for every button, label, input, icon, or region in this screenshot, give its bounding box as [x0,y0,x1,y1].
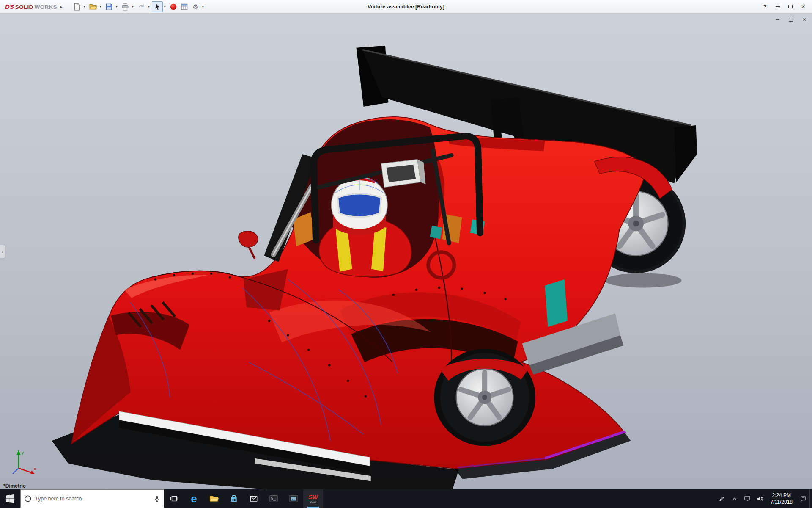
graphics-viewport[interactable]: × › y x *Dimetric [0,14,812,489]
car-assembly-model[interactable] [0,14,812,489]
help-button[interactable]: ? [759,0,771,14]
network-tray-button[interactable] [741,489,754,508]
select-dropdown[interactable]: ▾ [163,5,167,8]
print-dropdown[interactable]: ▾ [131,5,135,8]
mail-envelope-icon [249,494,258,503]
document-close-button[interactable]: × [801,16,808,23]
tray-date: 7/11/2018 [771,499,793,505]
options-button[interactable]: ⚙ [190,1,201,12]
gear-icon: ⚙ [192,3,198,11]
photos-icon [288,494,299,504]
quick-toolbar: ▾ ▾ ▾ ▾ ▾ ▾ [71,1,206,12]
taskbar-app-store[interactable] [224,489,244,508]
minimize-button[interactable] [771,0,784,14]
brand-solid: SOLID [15,4,33,10]
pen-tray-button[interactable] [716,489,728,508]
start-button[interactable] [0,489,20,508]
taskbar-app-command-prompt[interactable] [263,489,283,508]
print-icon [121,3,129,11]
taskbar-app-edge[interactable]: e [184,489,204,508]
document-window-controls: × [774,16,808,23]
taskbar-app-file-explorer[interactable] [204,489,224,508]
brand-works: WORKS [35,4,57,10]
taskbar-app-photos[interactable] [283,489,303,508]
open-button[interactable] [88,1,99,12]
solidworks-2017-icon: SW 2017 [308,494,318,503]
undo-button[interactable] [136,1,147,12]
z-axis-arrow [13,468,19,474]
edge-icon: e [191,493,197,504]
save-button[interactable] [104,1,115,12]
windows-logo-icon [5,494,15,503]
helmet-visor [337,194,381,217]
feature-panel-collapse-tab[interactable]: › [0,245,5,258]
titlebar: DS SOLIDWORKS ▸ ▾ ▾ ▾ ▾ ▾ ▾ [0,0,812,14]
open-dropdown[interactable]: ▾ [99,5,103,8]
x-axis-label: x [34,467,36,471]
screen: DS SOLIDWORKS ▸ ▾ ▾ ▾ ▾ ▾ ▾ [0,0,812,508]
driver-helmet[interactable] [332,177,387,235]
restore-icon [789,18,793,22]
task-view-icon [170,494,179,503]
design-table-icon [181,3,188,11]
y-axis-arrow [16,450,21,455]
store-bag-icon [229,494,239,503]
window-controls: ? × [759,0,809,14]
microphone-icon[interactable] [154,495,160,502]
show-desktop-button[interactable] [809,489,812,508]
tray-time: 2:24 PM [771,492,793,499]
appearance-button[interactable] [168,1,179,12]
close-button[interactable]: × [797,0,809,14]
file-explorer-icon [209,494,219,504]
taskbar-search[interactable] [20,489,164,508]
volume-icon [757,495,763,502]
taskbar-app-solidworks[interactable]: SW 2017 [303,489,323,508]
menu-flyout-arrow[interactable]: ▸ [57,4,66,10]
volume-tray-button[interactable] [754,489,766,508]
chevron-up-icon [732,496,738,502]
options-dropdown[interactable]: ▾ [201,5,205,8]
taskbar: e [0,489,812,508]
action-center-icon [800,495,807,502]
teal-window [545,279,568,327]
left-rear-wheel[interactable] [434,349,535,446]
document-minimize-button[interactable] [774,16,781,23]
new-document-button[interactable] [71,1,82,12]
y-axis-label: y [22,450,24,455]
side-mirror[interactable] [239,231,258,259]
minimize-icon [776,19,779,20]
close-icon: × [803,17,806,22]
maximize-icon [788,5,793,8]
hidden-icons-button[interactable] [728,489,741,508]
ds-logo: DS [5,3,14,10]
select-cursor-icon [154,3,161,11]
appearance-sphere-icon [170,3,177,11]
new-document-icon [73,3,81,11]
document-restore-button[interactable] [787,16,794,23]
save-floppy-icon [105,3,113,11]
taskbar-clock[interactable]: 2:24 PM 7/11/2018 [766,492,797,505]
print-button[interactable] [120,1,131,12]
open-folder-icon [89,3,97,11]
select-button[interactable] [152,1,163,12]
view-orientation-label: *Dimetric [3,483,26,489]
task-view-button[interactable] [164,489,184,508]
design-table-button[interactable] [179,1,190,12]
cortana-circle-icon [24,495,32,502]
search-input[interactable] [35,496,150,502]
undo-icon [137,3,145,11]
save-dropdown[interactable]: ▾ [115,5,119,8]
new-document-dropdown[interactable]: ▾ [82,5,87,8]
command-prompt-icon [269,494,279,504]
orientation-triad: y x [9,450,37,478]
pen-icon [719,496,725,502]
close-icon: × [801,3,805,10]
network-icon [744,495,751,502]
system-tray: 2:24 PM 7/11/2018 [716,489,812,508]
maximize-button[interactable] [784,0,797,14]
solidworks-logo: DS SOLIDWORKS [3,3,57,10]
taskbar-app-mail[interactable] [244,489,263,508]
action-center-button[interactable] [797,489,809,508]
minimize-icon [776,6,780,7]
undo-dropdown[interactable]: ▾ [147,5,151,8]
